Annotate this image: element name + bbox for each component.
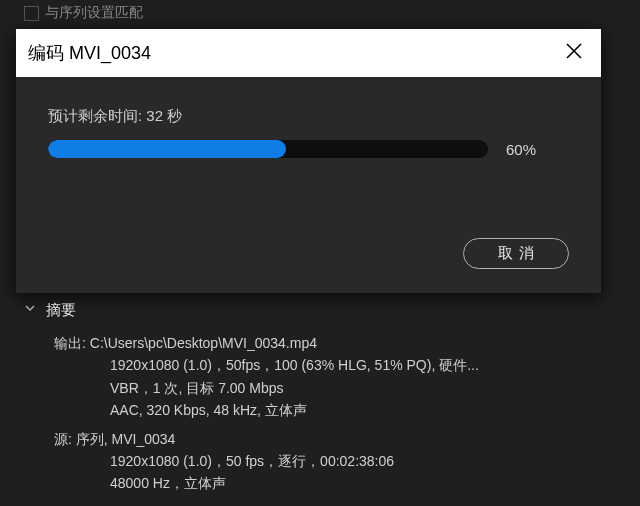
- summary-output-line1: 1920x1080 (1.0)，50fps，100 (63% HLG, 51% …: [110, 354, 620, 376]
- dialog-titlebar: 编码 MVI_0034: [16, 29, 601, 77]
- close-icon[interactable]: [561, 40, 587, 66]
- summary-title: 摘要: [46, 298, 76, 322]
- summary-source-line2: 48000 Hz，立体声: [110, 472, 620, 494]
- dialog-footer: 取消: [16, 238, 601, 293]
- dialog-title: 编码 MVI_0034: [28, 41, 151, 65]
- match-sequence-checkbox[interactable]: [24, 6, 39, 21]
- summary-source-block: 源: 序列, MVI_0034 1920x1080 (1.0)，50 fps，逐…: [54, 428, 620, 495]
- eta-label: 预计剩余时间: 32 秒: [48, 107, 569, 126]
- summary-source-label: 源:: [54, 431, 72, 447]
- summary-output-line2: VBR，1 次, 目标 7.00 Mbps: [110, 377, 620, 399]
- summary-source-line1: 1920x1080 (1.0)，50 fps，逐行，00:02:38:06: [110, 450, 620, 472]
- chevron-down-icon: [24, 300, 36, 319]
- progress-row: 60%: [48, 140, 569, 158]
- progress-percent: 60%: [506, 141, 536, 158]
- progress-bar: [48, 140, 488, 158]
- summary-source-name: 序列, MVI_0034: [76, 431, 176, 447]
- cancel-button[interactable]: 取消: [463, 238, 569, 269]
- summary-output-label: 输出:: [54, 335, 86, 351]
- match-sequence-label: 与序列设置匹配: [45, 4, 143, 22]
- dialog-body: 预计剩余时间: 32 秒 60%: [16, 77, 601, 238]
- summary-section: 摘要 输出: C:\Users\pc\Desktop\MVI_0034.mp4 …: [24, 298, 620, 501]
- progress-fill: [48, 140, 286, 158]
- summary-output-block: 输出: C:\Users\pc\Desktop\MVI_0034.mp4 192…: [54, 332, 620, 422]
- summary-output-line3: AAC, 320 Kbps, 48 kHz, 立体声: [110, 399, 620, 421]
- summary-output-path: C:\Users\pc\Desktop\MVI_0034.mp4: [90, 335, 317, 351]
- encoding-progress-dialog: 编码 MVI_0034 预计剩余时间: 32 秒 60% 取消: [16, 29, 601, 293]
- summary-header[interactable]: 摘要: [24, 298, 620, 322]
- match-sequence-row: 与序列设置匹配: [24, 4, 143, 22]
